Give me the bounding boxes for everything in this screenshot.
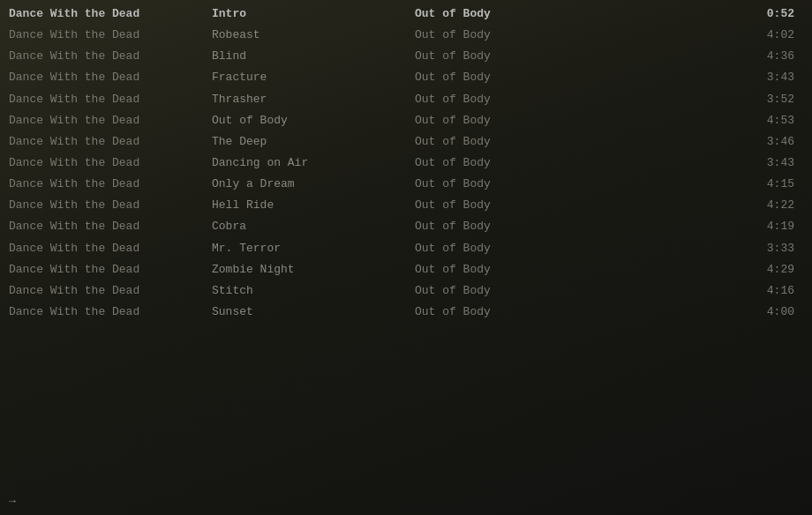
track-title: Out of Body xyxy=(212,112,415,130)
header-album: Out of Body xyxy=(415,5,591,23)
track-duration: 3:43 xyxy=(591,154,803,172)
header-duration: 0:52 xyxy=(591,5,803,23)
table-row[interactable]: Dance With the DeadBlindOut of Body4:36 xyxy=(0,46,812,67)
track-album: Out of Body xyxy=(415,133,591,151)
table-row[interactable]: Dance With the DeadThe DeepOut of Body3:… xyxy=(0,131,812,153)
track-album: Out of Body xyxy=(415,69,591,86)
table-row[interactable]: Dance With the DeadStitchOut of Body4:16 xyxy=(0,280,812,302)
track-title: Zombie Night xyxy=(212,261,415,279)
track-album: Out of Body xyxy=(415,218,591,235)
arrow-indicator: → xyxy=(9,495,16,508)
track-artist: Dance With the Dead xyxy=(9,303,212,321)
track-list-header: Dance With the Dead Intro Out of Body 0:… xyxy=(0,4,812,25)
track-artist: Dance With the Dead xyxy=(9,26,212,44)
header-artist: Dance With the Dead xyxy=(9,5,212,23)
track-duration: 4:02 xyxy=(591,26,803,44)
table-row[interactable]: Dance With the DeadOnly a DreamOut of Bo… xyxy=(0,174,812,195)
track-duration: 4:53 xyxy=(591,112,803,130)
table-row[interactable]: Dance With the DeadMr. TerrorOut of Body… xyxy=(0,238,812,259)
track-album: Out of Body xyxy=(415,26,591,44)
track-album: Out of Body xyxy=(415,282,591,300)
track-title: Cobra xyxy=(212,218,415,235)
track-artist: Dance With the Dead xyxy=(9,91,212,108)
track-duration: 4:15 xyxy=(591,175,803,193)
header-intro: Intro xyxy=(212,5,415,23)
track-title: The Deep xyxy=(212,133,415,151)
track-duration: 3:33 xyxy=(591,240,803,258)
track-duration: 3:43 xyxy=(591,69,803,86)
track-album: Out of Body xyxy=(415,112,591,130)
track-title: Blind xyxy=(212,48,415,65)
table-row[interactable]: Dance With the DeadZombie NightOut of Bo… xyxy=(0,259,812,280)
track-title: Dancing on Air xyxy=(212,154,415,172)
track-album: Out of Body xyxy=(415,261,591,279)
table-row[interactable]: Dance With the DeadRobeastOut of Body4:0… xyxy=(0,25,812,46)
track-artist: Dance With the Dead xyxy=(9,197,212,214)
track-artist: Dance With the Dead xyxy=(9,69,212,86)
track-title: Stitch xyxy=(212,282,415,300)
track-artist: Dance With the Dead xyxy=(9,175,212,193)
track-album: Out of Body xyxy=(415,175,591,193)
track-duration: 3:52 xyxy=(591,91,803,108)
track-duration: 4:36 xyxy=(591,48,803,65)
table-row[interactable]: Dance With the DeadHell RideOut of Body4… xyxy=(0,195,812,216)
track-album: Out of Body xyxy=(415,197,591,214)
track-title: Hell Ride xyxy=(212,197,415,214)
track-duration: 4:22 xyxy=(591,197,803,214)
track-artist: Dance With the Dead xyxy=(9,48,212,65)
track-album: Out of Body xyxy=(415,91,591,108)
track-artist: Dance With the Dead xyxy=(9,133,212,151)
table-row[interactable]: Dance With the DeadCobraOut of Body4:19 xyxy=(0,216,812,237)
track-title: Thrasher xyxy=(212,91,415,108)
track-duration: 4:16 xyxy=(591,282,803,300)
track-artist: Dance With the Dead xyxy=(9,240,212,258)
track-artist: Dance With the Dead xyxy=(9,282,212,300)
table-row[interactable]: Dance With the DeadFractureOut of Body3:… xyxy=(0,67,812,88)
table-row[interactable]: Dance With the DeadDancing on AirOut of … xyxy=(0,153,812,174)
track-album: Out of Body xyxy=(415,48,591,65)
track-duration: 4:19 xyxy=(591,218,803,235)
track-duration: 4:00 xyxy=(591,303,803,321)
track-album: Out of Body xyxy=(415,240,591,258)
track-title: Mr. Terror xyxy=(212,240,415,258)
track-album: Out of Body xyxy=(415,154,591,172)
table-row[interactable]: Dance With the DeadOut of BodyOut of Bod… xyxy=(0,110,812,131)
track-artist: Dance With the Dead xyxy=(9,218,212,235)
track-artist: Dance With the Dead xyxy=(9,112,212,130)
track-duration: 3:46 xyxy=(591,133,803,151)
track-title: Robeast xyxy=(212,26,415,44)
table-row[interactable]: Dance With the DeadThrasherOut of Body3:… xyxy=(0,89,812,110)
track-artist: Dance With the Dead xyxy=(9,261,212,279)
track-album: Out of Body xyxy=(415,303,591,321)
track-title: Only a Dream xyxy=(212,175,415,193)
track-list: Dance With the Dead Intro Out of Body 0:… xyxy=(0,0,812,326)
table-row[interactable]: Dance With the DeadSunsetOut of Body4:00 xyxy=(0,302,812,323)
track-title: Fracture xyxy=(212,69,415,86)
track-title: Sunset xyxy=(212,303,415,321)
track-duration: 4:29 xyxy=(591,261,803,279)
track-artist: Dance With the Dead xyxy=(9,154,212,172)
